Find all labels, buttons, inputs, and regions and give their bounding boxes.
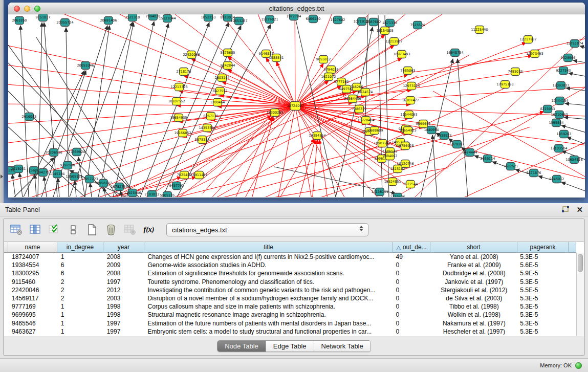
graph-node[interactable]: 16154808 xyxy=(376,27,393,35)
graph-node[interactable]: 9151817 xyxy=(36,14,51,21)
graph-node[interactable]: 12973115 xyxy=(403,82,420,90)
graph-node[interactable]: 18107552 xyxy=(168,98,185,105)
graph-node[interactable]: 16648784 xyxy=(446,49,463,57)
graph-node[interactable]: 6466140 xyxy=(306,15,321,23)
graph-node[interactable]: 7994028 xyxy=(146,14,161,20)
graph-node[interactable]: 12213967 xyxy=(385,38,402,46)
graph-node[interactable]: 15276021 xyxy=(261,16,278,24)
graph-node[interactable]: 11544093 xyxy=(400,111,417,119)
zoom-window-icon[interactable] xyxy=(34,6,40,12)
graph-node[interactable]: 10654116 xyxy=(565,156,582,164)
create-column-icon[interactable] xyxy=(85,224,99,236)
graph-node[interactable]: 2521310 xyxy=(125,14,140,21)
graph-node[interactable]: 8267130 xyxy=(204,113,219,120)
column-header-year[interactable]: year xyxy=(103,242,144,253)
graph-node[interactable]: 20355724 xyxy=(56,19,73,27)
graph-node[interactable]: 2061850 xyxy=(12,17,27,25)
graph-node[interactable]: 20691406 xyxy=(100,17,117,25)
table-row[interactable]: 1938455462009Genome-wide association stu… xyxy=(4,261,576,269)
graph-node[interactable]: 1733426 xyxy=(390,193,405,198)
graph-node[interactable]: 8938923 xyxy=(437,132,452,140)
graph-node[interactable]: 8471876 xyxy=(527,169,541,177)
graph-node[interactable]: 17975193 xyxy=(496,81,513,89)
minimize-window-icon[interactable] xyxy=(24,6,30,12)
column-header-out_degree[interactable]: △out_de... xyxy=(393,242,430,253)
table-row[interactable]: 1872400712008Changes of HCN gene express… xyxy=(4,253,576,261)
graph-node[interactable]: 2522544 xyxy=(403,181,418,188)
graph-node[interactable]: 9055812 xyxy=(316,56,331,63)
graph-node[interactable]: 5905135 xyxy=(160,192,175,198)
float-panel-icon[interactable] xyxy=(561,206,569,213)
graph-node[interactable]: 1052253 xyxy=(201,14,216,21)
graph-node[interactable]: 20364436 xyxy=(344,95,361,103)
graph-node[interactable]: 5875685 xyxy=(221,49,235,57)
table-row[interactable]: 969969511998Structural magnetic resonanc… xyxy=(4,311,576,319)
column-header-gutter[interactable] xyxy=(4,242,8,253)
graph-node[interactable]: 16107427 xyxy=(402,97,419,104)
graph-node[interactable]: 9777169 xyxy=(334,78,349,86)
graph-node[interactable]: 8878354 xyxy=(195,136,210,144)
graph-node[interactable]: 7515524 xyxy=(410,21,425,29)
graph-node[interactable]: 9794028 xyxy=(324,66,339,74)
graph-node-label: 1815182 xyxy=(390,167,405,171)
memory-status-indicator-icon[interactable] xyxy=(575,362,582,369)
delete-column-icon[interactable] xyxy=(104,224,118,236)
table-scrollbar[interactable] xyxy=(576,253,584,336)
citation-network-graph[interactable]: 2061850915181720355724206914062521310799… xyxy=(8,14,585,197)
graph-node[interactable]: 2193812 xyxy=(145,191,160,198)
table-row[interactable]: 946362711997Embryonic stem cells: a mode… xyxy=(4,327,576,336)
graph-node[interactable]: 1972704 xyxy=(287,14,301,20)
panel-collapse-arrow-icon[interactable] xyxy=(1,174,3,179)
graph-node[interactable]: 2616085 xyxy=(22,113,37,121)
column-header-name[interactable]: name xyxy=(8,242,57,253)
network-graph-canvas[interactable]: 2061850915181720355724206914062521310799… xyxy=(8,14,585,197)
graph-node[interactable]: 1059263 xyxy=(557,130,572,138)
graph-node[interactable]: 1527602 xyxy=(331,16,345,24)
graph-node[interactable]: 16782759 xyxy=(111,183,127,191)
table-options-icon[interactable] xyxy=(10,224,23,236)
function-builder-icon[interactable]: f(x) xyxy=(142,224,156,236)
graph-node[interactable]: 11225440 xyxy=(471,26,488,34)
tab-edge-table[interactable]: Edge Table xyxy=(266,341,314,352)
network-view-window[interactable]: citations_edges.txt 20618509151817203557… xyxy=(8,3,585,198)
tab-network-table[interactable]: Network Table xyxy=(314,341,371,352)
graph-node[interactable]: 19384554 xyxy=(309,132,325,140)
table-row[interactable]: 977716911998Corpus callosum shape and si… xyxy=(4,302,576,311)
graph-node[interactable]: 7632621 xyxy=(504,163,518,170)
graph-node[interactable]: 14136141 xyxy=(371,188,388,196)
show-columns-icon[interactable] xyxy=(29,224,42,236)
graph-node[interactable]: 20053346 xyxy=(77,62,94,70)
graph-node[interactable]: 8427552 xyxy=(213,87,228,95)
column-header-title[interactable]: title xyxy=(144,242,393,253)
column-header-pagerank[interactable]: pagerank xyxy=(517,242,569,253)
row-height-icon[interactable] xyxy=(67,224,80,236)
graph-node[interactable]: 9245012 xyxy=(550,176,564,183)
close-panel-icon[interactable]: ✕ xyxy=(576,206,583,213)
select-columns-icon[interactable] xyxy=(48,224,61,236)
graph-node[interactable]: 10973493 xyxy=(393,51,410,58)
table-scrollbar-thumb[interactable] xyxy=(578,254,583,272)
table-row[interactable]: 911546021997Tourette syndrome. Phenomeno… xyxy=(4,278,576,286)
graph-node[interactable]: 19524851 xyxy=(384,178,401,186)
graph-node[interactable]: 15123044 xyxy=(159,15,176,23)
column-header-in_degree[interactable]: in_degree xyxy=(57,242,103,253)
close-window-icon[interactable] xyxy=(14,6,20,12)
table-row[interactable]: 1456911722003Disruption of a novel membe… xyxy=(4,294,576,302)
graph-node[interactable]: 6979197 xyxy=(450,141,465,148)
graph-node[interactable]: 20206536 xyxy=(45,149,62,157)
graph-node[interactable]: 12217987 xyxy=(519,36,536,43)
table-row[interactable]: 946554611997Estimation of the future num… xyxy=(4,319,576,327)
column-header-filler[interactable] xyxy=(569,242,576,253)
graph-node[interactable]: 7485063 xyxy=(401,67,416,75)
table-panel-titlebar[interactable]: Table Panel ✕ xyxy=(0,203,588,216)
table-selector-dropdown[interactable]: citations_edges.txt xyxy=(166,223,368,236)
column-header-short[interactable]: short xyxy=(430,242,517,253)
graph-node[interactable]: 7485033 xyxy=(508,68,523,76)
network-window-titlebar[interactable]: citations_edges.txt xyxy=(8,3,585,14)
graph-node[interactable]: 17359928 xyxy=(68,148,85,156)
table-row[interactable]: 1830029562008Estimation of significance … xyxy=(4,269,576,277)
tab-node-table[interactable]: Node Table xyxy=(217,341,266,352)
graph-node[interactable]: 18907249 xyxy=(374,140,390,147)
table-row[interactable]: 2242004622012Investigating the contribut… xyxy=(4,286,576,294)
graph-node[interactable]: 12103504 xyxy=(550,145,567,152)
